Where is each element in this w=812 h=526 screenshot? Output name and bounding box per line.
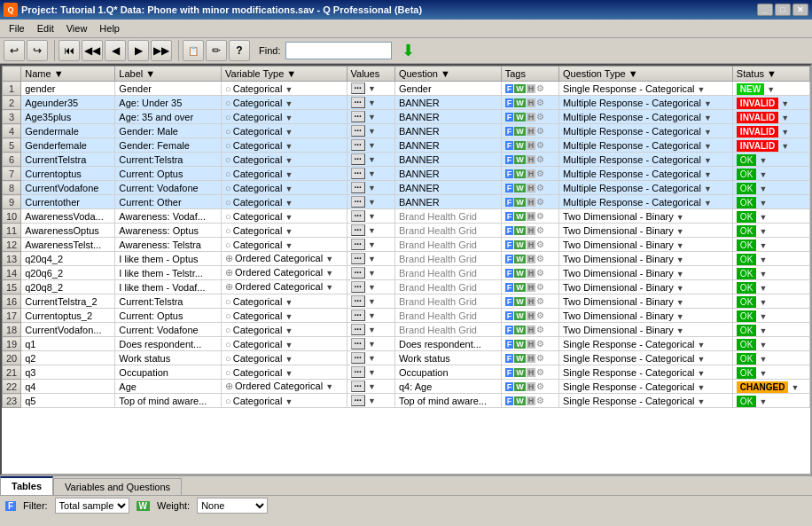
values-dropdown[interactable]: ▼ <box>368 326 376 334</box>
vartype-dropdown[interactable]: ▼ <box>325 255 333 263</box>
vartype-dropdown[interactable]: ▼ <box>285 128 293 137</box>
values-button[interactable]: ··· <box>351 153 365 165</box>
values-dropdown[interactable]: ▼ <box>368 127 376 136</box>
values-dropdown[interactable]: ▼ <box>368 240 376 249</box>
vartype-dropdown[interactable]: ▼ <box>285 397 293 406</box>
tag-w[interactable]: W <box>514 283 526 292</box>
values-button[interactable]: ··· <box>351 324 365 335</box>
qtype-dropdown[interactable]: ▼ <box>698 383 706 392</box>
values-button[interactable]: ··· <box>351 224 365 236</box>
col-header-vartype[interactable]: Variable Type ▼ <box>222 67 347 82</box>
values-button[interactable]: ··· <box>351 139 365 151</box>
vartype-dropdown[interactable]: ▼ <box>325 382 333 391</box>
col-header-qtype[interactable]: Question Type ▼ <box>558 67 732 82</box>
values-button[interactable]: ··· <box>351 281 365 293</box>
tag-f[interactable]: F <box>505 212 514 221</box>
values-dropdown[interactable]: ▼ <box>368 255 376 263</box>
help-button[interactable]: ? <box>229 40 250 61</box>
tag-w[interactable]: W <box>514 127 526 136</box>
status-dropdown[interactable]: ▼ <box>759 270 767 279</box>
vartype-dropdown[interactable]: ▼ <box>285 156 293 165</box>
values-button[interactable]: ··· <box>351 182 365 193</box>
col-header-status[interactable]: Status ▼ <box>732 67 809 82</box>
vartype-dropdown[interactable]: ▼ <box>285 227 293 236</box>
status-dropdown[interactable]: ▼ <box>781 99 789 108</box>
qtype-dropdown[interactable]: ▼ <box>676 213 684 222</box>
qtype-dropdown[interactable]: ▼ <box>676 326 684 335</box>
tag-w[interactable]: W <box>514 340 526 349</box>
tag-w[interactable]: W <box>514 113 526 122</box>
status-dropdown[interactable]: ▼ <box>759 326 767 335</box>
tag-f[interactable]: F <box>505 155 514 164</box>
tab-variables-questions[interactable]: Variables and Questions <box>53 478 182 495</box>
status-dropdown[interactable]: ▼ <box>759 156 767 165</box>
tag-settings-icon[interactable]: ⚙ <box>536 112 544 122</box>
qtype-dropdown[interactable]: ▼ <box>704 199 712 208</box>
vartype-dropdown[interactable]: ▼ <box>285 326 293 335</box>
tag-settings-icon[interactable]: ⚙ <box>536 154 544 164</box>
values-button[interactable]: ··· <box>351 338 365 349</box>
tag-h[interactable]: H <box>527 396 536 405</box>
values-dropdown[interactable]: ▼ <box>368 396 376 405</box>
prev-button[interactable]: ◀ <box>105 40 126 61</box>
tag-f[interactable]: F <box>505 283 514 292</box>
cell-values[interactable]: ··· ▼ <box>347 110 394 124</box>
status-dropdown[interactable]: ▼ <box>759 255 767 264</box>
qtype-dropdown[interactable]: ▼ <box>704 99 712 108</box>
vartype-dropdown[interactable]: ▼ <box>285 298 293 307</box>
values-button[interactable]: ··· <box>351 381 365 392</box>
tag-w[interactable]: W <box>514 396 526 405</box>
values-button[interactable]: ··· <box>351 352 365 364</box>
values-button[interactable]: ··· <box>351 310 365 321</box>
weight-select[interactable]: None <box>197 498 268 514</box>
tag-h[interactable]: H <box>527 297 536 306</box>
qtype-dropdown[interactable]: ▼ <box>676 298 684 307</box>
tag-h[interactable]: H <box>527 354 536 363</box>
tag-f[interactable]: F <box>505 226 514 235</box>
tag-w[interactable]: W <box>514 155 526 164</box>
tag-h[interactable]: H <box>527 198 536 207</box>
tag-w[interactable]: W <box>514 255 526 263</box>
tag-h[interactable]: H <box>527 255 536 263</box>
cell-values[interactable]: ··· ▼ <box>347 309 394 323</box>
status-dropdown[interactable]: ▼ <box>759 184 767 193</box>
values-button[interactable]: ··· <box>351 395 365 406</box>
menu-item-file[interactable]: File <box>4 21 30 35</box>
vartype-dropdown[interactable]: ▼ <box>285 184 293 193</box>
vartype-dropdown[interactable]: ▼ <box>285 114 293 122</box>
vartype-dropdown[interactable]: ▼ <box>285 369 293 378</box>
tag-w[interactable]: W <box>514 198 526 207</box>
tag-w[interactable]: W <box>514 169 526 178</box>
tag-settings-icon[interactable]: ⚙ <box>536 254 544 263</box>
grid-container[interactable]: Name ▼ Label ▼ Variable Type ▼ Values Qu… <box>2 66 810 474</box>
tag-settings-icon[interactable]: ⚙ <box>536 353 544 363</box>
cell-values[interactable]: ··· ▼ <box>347 337 394 351</box>
redo-button[interactable]: ↪ <box>27 40 48 61</box>
tag-f[interactable]: F <box>505 198 514 207</box>
tag-w[interactable]: W <box>514 368 526 377</box>
tag-h[interactable]: H <box>527 127 536 136</box>
tag-f[interactable]: F <box>505 311 514 320</box>
tag-settings-icon[interactable]: ⚙ <box>536 381 544 391</box>
qtype-dropdown[interactable]: ▼ <box>698 85 706 94</box>
status-dropdown[interactable]: ▼ <box>759 397 767 406</box>
vartype-dropdown[interactable]: ▼ <box>285 199 293 208</box>
col-header-label[interactable]: Label ▼ <box>115 67 222 82</box>
values-dropdown[interactable]: ▼ <box>368 340 376 349</box>
tag-settings-icon[interactable]: ⚙ <box>536 310 544 320</box>
tag-h[interactable]: H <box>527 326 536 334</box>
values-dropdown[interactable]: ▼ <box>368 269 376 278</box>
tag-settings-icon[interactable]: ⚙ <box>536 98 544 107</box>
tag-settings-icon[interactable]: ⚙ <box>536 239 544 249</box>
tag-h[interactable]: H <box>527 368 536 377</box>
status-dropdown[interactable]: ▼ <box>759 341 767 349</box>
clipboard-button[interactable]: 📋 <box>183 40 204 61</box>
find-input[interactable] <box>285 42 392 59</box>
tag-w[interactable]: W <box>514 354 526 363</box>
values-dropdown[interactable]: ▼ <box>368 382 376 391</box>
values-button[interactable]: ··· <box>351 97 365 108</box>
vartype-dropdown[interactable]: ▼ <box>285 170 293 179</box>
filter-select[interactable]: Total sample <box>55 498 129 514</box>
values-button[interactable]: ··· <box>351 267 365 279</box>
tag-h[interactable]: H <box>527 311 536 320</box>
